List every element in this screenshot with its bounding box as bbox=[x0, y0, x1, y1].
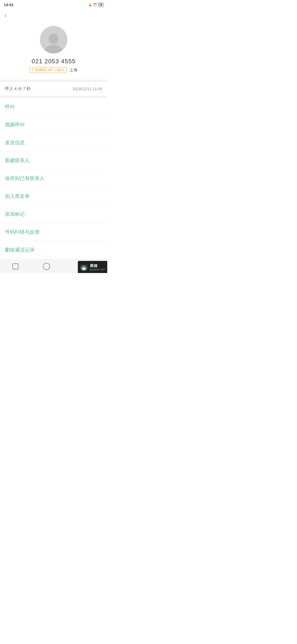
black-cat-logo-area: 黑猫 BLACK CAT bbox=[74, 263, 96, 270]
svg-point-1 bbox=[44, 45, 63, 53]
chinese-name: 黑猫 bbox=[90, 263, 98, 268]
lock-icon: 🔒 bbox=[88, 3, 92, 7]
menu-section-divider bbox=[0, 96, 107, 98]
menu-item-3[interactable]: 新建联系人 bbox=[0, 152, 107, 170]
call-timestamp: 2019/12/11 11:00 bbox=[72, 87, 102, 91]
spam-tag-badge: 广告推销 | 407 人标记 bbox=[30, 67, 66, 73]
svg-point-0 bbox=[49, 34, 59, 44]
circle-icon bbox=[43, 263, 50, 270]
menu-item-7[interactable]: 号码纠错与反馈 bbox=[0, 223, 107, 241]
cat-text-block: 黑猫 BLACK CAT bbox=[90, 263, 105, 271]
menu-item-8[interactable]: 删除通话记录 bbox=[0, 241, 107, 259]
avatar bbox=[40, 26, 67, 53]
home-button[interactable] bbox=[43, 263, 50, 270]
battery-indicator: 36 bbox=[98, 3, 103, 7]
black-cat-watermark: 黑猫 BLACK CAT bbox=[78, 261, 107, 273]
clock-icon: ⏰ bbox=[93, 3, 97, 7]
location-text: 上海 bbox=[69, 67, 78, 73]
menu-item-6[interactable]: 添加标记 bbox=[0, 205, 107, 223]
status-time: 14:01 bbox=[4, 3, 14, 7]
svg-point-6 bbox=[82, 267, 84, 268]
call-info-row: 呼入 4 分 7 秒 2019/12/11 11:00 bbox=[0, 82, 107, 96]
section-divider bbox=[0, 80, 107, 82]
menu-item-5[interactable]: 加入黑名单 bbox=[0, 187, 107, 205]
profile-section: 021 2053 4555 广告推销 | 407 人标记 上海 bbox=[0, 21, 107, 80]
menu-list: 呼叫视频呼叫发送信息新建联系人保存到已有联系人加入黑名单添加标记号码纠错与反馈删… bbox=[0, 98, 107, 259]
tags-row: 广告推销 | 407 人标记 上海 bbox=[30, 67, 77, 73]
menu-item-0[interactable]: 呼叫 bbox=[0, 98, 107, 116]
call-duration: 呼入 4 分 7 秒 bbox=[5, 86, 31, 91]
svg-point-7 bbox=[84, 267, 86, 268]
menu-item-4[interactable]: 保存到已有联系人 bbox=[0, 170, 107, 187]
menu-item-1[interactable]: 视频呼叫 bbox=[0, 116, 107, 134]
square-icon bbox=[12, 263, 18, 269]
menu-item-2[interactable]: 发送信息 bbox=[0, 134, 107, 152]
status-right: 🔒 ⏰ 36 bbox=[88, 3, 103, 7]
phone-number: 021 2053 4555 bbox=[32, 58, 76, 65]
english-name: BLACK CAT bbox=[90, 268, 105, 271]
bottom-nav: 黑猫 BLACK CAT bbox=[0, 259, 107, 273]
nav-bar: ‹ bbox=[0, 9, 107, 21]
back-button[interactable]: ‹ bbox=[4, 11, 13, 20]
status-bar: 14:01 🔒 ⏰ 36 bbox=[0, 0, 107, 9]
recent-apps-button[interactable] bbox=[12, 263, 19, 270]
